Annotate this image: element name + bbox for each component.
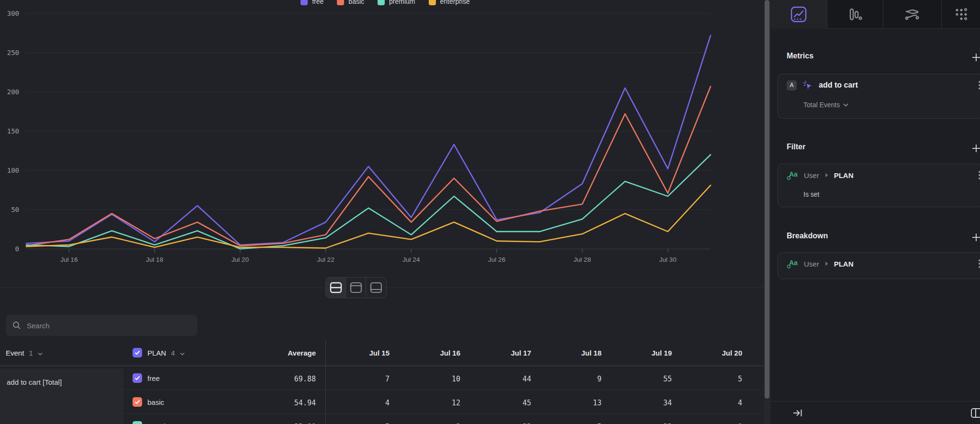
tab-divider [883, 0, 883, 29]
layout-detail-bottom-button[interactable] [366, 278, 386, 298]
filter-property[interactable]: PLAN [834, 171, 854, 179]
add-breakdown-button[interactable] [971, 233, 980, 242]
chevron-down-icon [38, 353, 43, 356]
cell-value: 55 [663, 375, 672, 383]
chevron-right-icon [825, 261, 828, 266]
svg-text:300: 300 [7, 10, 19, 17]
dots-grid-icon [952, 6, 969, 23]
metrics-section-title: Metrics [787, 52, 813, 60]
table-row-free[interactable]: free 69.88 7 10 44 9 55 5 [0, 366, 764, 390]
split-even-icon [330, 282, 342, 293]
date-column-header[interactable]: Jul 19 [651, 349, 672, 357]
filter-section-title: Filter [787, 143, 805, 151]
tab-bar-chart[interactable] [827, 0, 883, 29]
event-count: 1 [29, 349, 33, 357]
vertical-scrollbar[interactable] [764, 0, 770, 424]
filter-card[interactable]: Aa User PLAN Is set [778, 164, 980, 207]
cell-value: 5 [738, 375, 742, 383]
check-icon [134, 376, 140, 380]
date-column-header[interactable]: Jul 16 [440, 349, 460, 357]
legend-swatch [301, 0, 308, 5]
table-row-basic[interactable]: basic 54.94 4 12 45 13 34 4 [0, 390, 764, 414]
search-input[interactable]: Search [6, 315, 197, 336]
legend-item-free[interactable]: free [301, 0, 323, 5]
check-icon [134, 400, 140, 404]
event-column-header[interactable]: Event 1 [6, 349, 43, 357]
flows-icon [903, 6, 921, 23]
plan-select-all-checkbox[interactable] [133, 348, 142, 357]
svg-text:100: 100 [7, 167, 19, 174]
layout-toggle-group [325, 277, 387, 298]
side-panel-icon[interactable] [970, 408, 980, 418]
collapse-panel-icon[interactable] [792, 408, 803, 418]
cell-value: 44 [523, 375, 531, 383]
cell-value: 9 [597, 375, 601, 383]
search-icon [12, 321, 21, 330]
scrollbar-thumb[interactable] [765, 0, 769, 399]
cell-value: 4 [738, 399, 742, 407]
legend-label: basic [348, 0, 364, 5]
breakdown-scope: User [804, 260, 819, 268]
legend-swatch [429, 0, 436, 5]
legend-swatch [337, 0, 344, 5]
svg-text:50: 50 [11, 206, 19, 213]
average-value: 69.88 [294, 375, 316, 383]
filter-scope: User [804, 171, 819, 179]
svg-text:250: 250 [7, 49, 19, 56]
row-checkbox[interactable] [133, 373, 142, 383]
analytics-app: 050100150200250300Jul 16Jul 18Jul 20Jul … [0, 0, 980, 424]
line-chart-icon [790, 6, 807, 23]
row-label: free [147, 374, 160, 382]
legend-item-basic[interactable]: basic [337, 0, 364, 5]
svg-text:Jul 24: Jul 24 [402, 256, 420, 263]
tab-line-chart[interactable] [770, 0, 827, 29]
line-chart: 050100150200250300Jul 16Jul 18Jul 20Jul … [0, 0, 770, 311]
svg-text:Jul 16: Jul 16 [60, 256, 78, 263]
legend-item-premium[interactable]: premium [378, 0, 415, 5]
filter-operator[interactable]: Is set [803, 190, 819, 198]
detail-top-icon [350, 282, 362, 293]
layout-detail-top-button[interactable] [346, 278, 366, 298]
add-filter-button[interactable] [971, 144, 980, 153]
sparkle-cursor-icon [802, 80, 813, 90]
date-column-header[interactable]: Jul 18 [581, 349, 601, 357]
tab-more-visualizations[interactable] [941, 0, 980, 29]
layout-split-even-button[interactable] [326, 278, 346, 298]
svg-text:Jul 22: Jul 22 [317, 256, 334, 263]
plan-column-header[interactable]: PLAN 4 [147, 349, 185, 357]
tabbar-border [827, 28, 980, 29]
breakdown-section-title: Breakdown [787, 232, 828, 240]
search-placeholder: Search [27, 322, 50, 330]
detail-bottom-icon [370, 282, 382, 293]
cell-value: 12 [452, 399, 460, 407]
tab-flows[interactable] [883, 0, 941, 29]
date-column-header[interactable]: Jul 20 [722, 349, 742, 357]
table-row-premium[interactable]: premium 33.00 5 3 23 5 23 0 [0, 414, 764, 424]
legend-swatch [378, 0, 385, 5]
breakdown-card[interactable]: Aa User PLAN [778, 252, 980, 279]
svg-text:Aa: Aa [789, 170, 798, 178]
chevron-down-icon [180, 353, 185, 356]
svg-text:Jul 26: Jul 26 [488, 256, 505, 263]
svg-text:Jul 18: Jul 18 [146, 256, 163, 263]
tab-divider [941, 0, 942, 29]
visualization-tabbar [770, 0, 980, 29]
date-column-header[interactable]: Jul 17 [511, 349, 531, 357]
table-header-row: Event 1 PLAN 4 Average Jul 15 Jul 16 Jul… [0, 340, 764, 366]
report-main-area: 050100150200250300Jul 16Jul 18Jul 20Jul … [0, 0, 764, 424]
add-metric-button[interactable] [971, 53, 980, 62]
metric-measure-dropdown[interactable]: Total Events [803, 101, 848, 109]
legend-item-enterprise[interactable]: enterprise [429, 0, 470, 5]
metric-card[interactable]: A add to cart Total Events [778, 74, 980, 119]
check-icon [134, 350, 140, 355]
row-checkbox[interactable] [133, 421, 142, 424]
text-property-icon: Aa [787, 258, 798, 269]
metric-event-name[interactable]: add to cart [819, 81, 858, 89]
svg-text:Aa: Aa [789, 259, 798, 267]
average-column-header[interactable]: Average [288, 349, 316, 357]
bar-chart-icon [846, 6, 864, 23]
breakdown-property[interactable]: PLAN [834, 260, 854, 268]
date-column-header[interactable]: Jul 15 [369, 349, 390, 357]
average-value: 54.94 [294, 399, 316, 407]
row-checkbox[interactable] [133, 397, 142, 407]
